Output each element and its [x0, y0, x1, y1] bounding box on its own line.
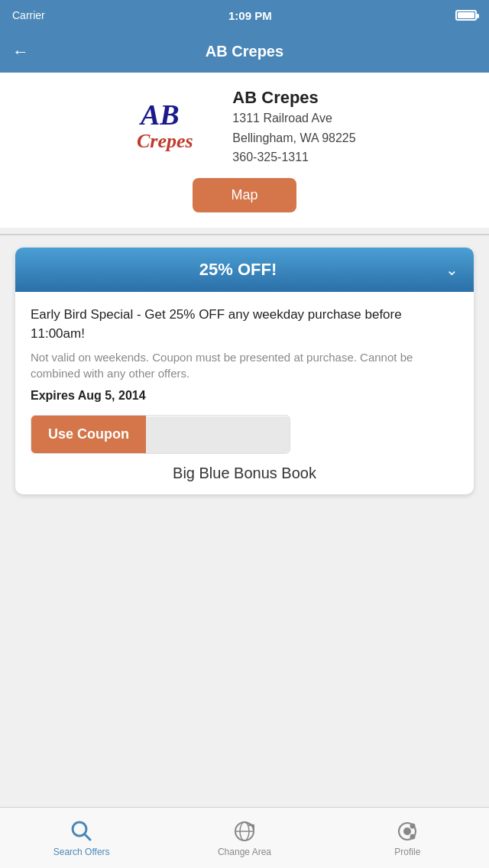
carrier-label: Carrier — [12, 9, 45, 21]
coupon-expiry: Expires Aug 5, 2014 — [31, 389, 458, 403]
status-bar-right — [455, 10, 477, 21]
business-info-row: AB Crepes AB Crepes 1311 Railroad Ave Be… — [18, 88, 471, 164]
coupon-code-input[interactable] — [146, 416, 290, 453]
status-bar: Carrier 1:09 PM — [0, 0, 489, 31]
business-address-line1: 1311 Railroad Ave — [232, 109, 355, 128]
business-phone: 360-325-1311 — [232, 151, 355, 164]
divider — [0, 234, 489, 235]
time-label: 1:09 PM — [228, 9, 272, 22]
svg-point-10 — [410, 834, 416, 839]
use-coupon-row: Use Coupon — [31, 415, 290, 454]
tab-area-label: Change Area — [218, 847, 271, 857]
main-content: AB Crepes AB Crepes 1311 Railroad Ave Be… — [0, 73, 489, 807]
business-name: AB Crepes — [232, 88, 355, 108]
map-button[interactable]: Map — [193, 178, 296, 212]
coupon-terms: Not valid on weekends. Coupon must be pr… — [31, 349, 458, 381]
nav-title: AB Crepes — [206, 43, 283, 60]
tab-profile-label: Profile — [394, 847, 420, 857]
business-card: AB Crepes AB Crepes 1311 Railroad Ave Be… — [0, 73, 489, 228]
search-icon — [70, 819, 94, 844]
svg-point-9 — [410, 823, 416, 828]
use-coupon-button[interactable]: Use Coupon — [31, 416, 146, 453]
change-area-icon — [232, 819, 257, 844]
battery-icon — [455, 10, 477, 21]
svg-text:AB: AB — [139, 99, 180, 131]
business-address-line2: Bellingham, WA 98225 — [232, 129, 355, 147]
tab-bar: Search Offers Change Area Profile — [0, 807, 489, 868]
coupon-main-text: Early Bird Special - Get 25% OFF any wee… — [31, 306, 458, 343]
tab-change-area[interactable]: Change Area — [163, 819, 325, 857]
back-button[interactable]: ← — [12, 42, 29, 62]
nav-bar: ← AB Crepes — [0, 31, 489, 73]
svg-point-8 — [403, 828, 411, 835]
tab-search-offers[interactable]: Search Offers — [0, 819, 163, 857]
business-logo: AB Crepes — [133, 96, 217, 157]
tab-profile[interactable]: Profile — [326, 819, 489, 857]
svg-text:Crepes: Crepes — [137, 130, 193, 152]
coupon-container: 25% OFF! ⌄ Early Bird Special - Get 25% … — [15, 248, 474, 494]
profile-icon — [395, 819, 419, 844]
coupon-body: Early Bird Special - Get 25% OFF any wee… — [15, 292, 474, 494]
business-details: AB Crepes 1311 Railroad Ave Bellingham, … — [232, 88, 355, 164]
svg-line-3 — [84, 834, 90, 840]
coupon-footer-text: Big Blue Bonus Book — [31, 465, 458, 482]
coupon-title: 25% OFF! — [31, 260, 445, 280]
tab-search-label: Search Offers — [53, 847, 110, 857]
coupon-header[interactable]: 25% OFF! ⌄ — [15, 248, 474, 292]
chevron-down-icon: ⌄ — [445, 261, 458, 279]
